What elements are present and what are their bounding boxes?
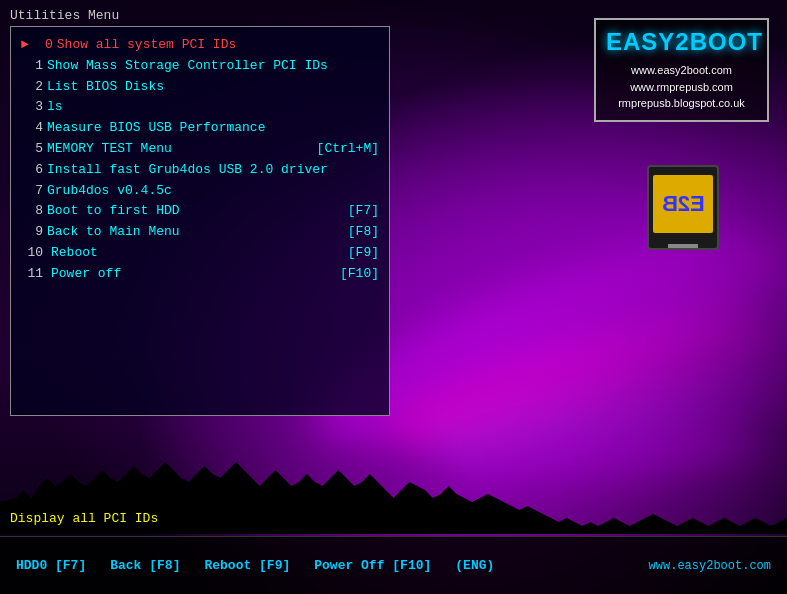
footer-back[interactable]: Back [F8]	[110, 558, 180, 573]
menu-label: ls	[47, 97, 63, 118]
logo-urls: www.easy2boot.com www.rmprepusb.com rmpr…	[606, 62, 757, 112]
menu-num: 1	[21, 56, 43, 77]
menu-shortcut: [F8]	[338, 222, 379, 243]
usb-label: E2B	[653, 175, 713, 233]
logo-url-1: www.easy2boot.com	[606, 62, 757, 79]
usb-drive-icon: E2B	[647, 165, 727, 260]
menu-box: ► 0 Show all system PCI IDs 1 Show Mass …	[10, 26, 390, 416]
usb-label-text: E2B	[662, 191, 705, 217]
menu-item-1[interactable]: 1 Show Mass Storage Controller PCI IDs	[21, 56, 379, 77]
footer-website: www.easy2boot.com	[649, 559, 771, 573]
menu-item-5[interactable]: 5 MEMORY TEST Menu [Ctrl+M]	[21, 139, 379, 160]
status-text: Display all PCI IDs	[10, 511, 158, 526]
bottom-bar: HDD0 [F7] Back [F8] Reboot [F9] Power Of…	[0, 536, 787, 594]
footer-poweroff[interactable]: Power Off [F10]	[314, 558, 431, 573]
menu-num: 4	[21, 118, 43, 139]
title-text: Utilities Menu	[10, 8, 119, 23]
footer-links: HDD0 [F7] Back [F8] Reboot [F9] Power Of…	[16, 558, 649, 573]
menu-label: Measure BIOS USB Performance	[47, 118, 265, 139]
logo-url-2: www.rmprepusb.com	[606, 79, 757, 96]
menu-item-0[interactable]: ► 0 Show all system PCI IDs	[21, 35, 379, 56]
menu-item-6[interactable]: 6 Install fast Grub4dos USB 2.0 driver	[21, 160, 379, 181]
menu-num: 0	[31, 35, 53, 56]
menu-label: Power off	[51, 264, 121, 285]
usb-connector	[668, 244, 698, 250]
menu-num: 3	[21, 97, 43, 118]
menu-label: Show all system PCI IDs	[57, 35, 236, 56]
footer-hdd[interactable]: HDD0 [F7]	[16, 558, 86, 573]
menu-label: Grub4dos v0.4.5c	[47, 181, 172, 202]
menu-item-9[interactable]: 9 Back to Main Menu [F8]	[21, 222, 379, 243]
menu-num: 9	[21, 222, 43, 243]
menu-arrow: ►	[21, 35, 29, 56]
menu-item-11[interactable]: 11 Power off [F10]	[21, 264, 379, 285]
menu-item-2[interactable]: 2 List BIOS Disks	[21, 77, 379, 98]
menu-num: 7	[21, 181, 43, 202]
logo-title: EASY2BOOT	[606, 28, 757, 56]
menu-shortcut: [F10]	[330, 264, 379, 285]
menu-shortcut: [F7]	[338, 201, 379, 222]
logo-box: EASY2BOOT www.easy2boot.com www.rmprepus…	[594, 18, 769, 122]
footer-lang: (ENG)	[455, 558, 494, 573]
menu-label: Boot to first HDD	[47, 201, 180, 222]
menu-label: Reboot	[51, 243, 98, 264]
status-bar: Display all PCI IDs	[10, 511, 158, 526]
menu-label: Install fast Grub4dos USB 2.0 driver	[47, 160, 328, 181]
menu-num: 6	[21, 160, 43, 181]
window-title: Utilities Menu	[10, 8, 119, 23]
footer-reboot[interactable]: Reboot [F9]	[204, 558, 290, 573]
menu-item-3[interactable]: 3 ls	[21, 97, 379, 118]
menu-item-8[interactable]: 8 Boot to first HDD [F7]	[21, 201, 379, 222]
menu-label: List BIOS Disks	[47, 77, 164, 98]
menu-label: Show Mass Storage Controller PCI IDs	[47, 56, 328, 77]
menu-item-7[interactable]: 7 Grub4dos v0.4.5c	[21, 181, 379, 202]
menu-item-10[interactable]: 10 Reboot [F9]	[21, 243, 379, 264]
menu-num: 5	[21, 139, 43, 160]
menu-num: 10	[21, 243, 43, 264]
menu-item-4[interactable]: 4 Measure BIOS USB Performance	[21, 118, 379, 139]
menu-num: 8	[21, 201, 43, 222]
menu-num: 11	[21, 264, 43, 285]
usb-body: E2B	[647, 165, 719, 250]
menu-label: MEMORY TEST Menu	[47, 139, 172, 160]
menu-num: 2	[21, 77, 43, 98]
menu-shortcut: [F9]	[338, 243, 379, 264]
logo-url-3: rmprepusb.blogspot.co.uk	[606, 95, 757, 112]
menu-shortcut: [Ctrl+M]	[307, 139, 379, 160]
menu-label: Back to Main Menu	[47, 222, 180, 243]
